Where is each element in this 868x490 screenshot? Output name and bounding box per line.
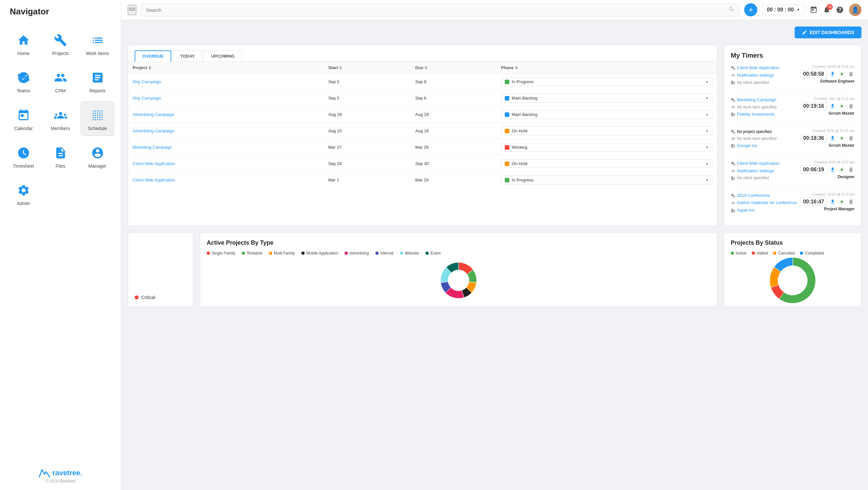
table-cell-project: Marketing Campaign bbox=[128, 139, 323, 156]
project-link[interactable]: Client Web Application bbox=[133, 161, 175, 166]
timer-download-button[interactable] bbox=[829, 166, 836, 173]
sidebar-item-members[interactable]: Members bbox=[43, 101, 77, 136]
phase-dot bbox=[505, 96, 509, 100]
timer-play-button[interactable] bbox=[838, 198, 845, 205]
timer-entry: Marketing Campaign No work item specifie… bbox=[731, 97, 855, 123]
timer-download-button[interactable] bbox=[829, 198, 836, 205]
timer-workitem-row: Notification settings bbox=[731, 72, 797, 79]
tab-today[interactable]: TODAY bbox=[173, 51, 202, 62]
phase-badge[interactable]: In Progress ▼ bbox=[501, 77, 712, 86]
timer-created: Created: 6/29 @ 10:37 am bbox=[800, 129, 855, 133]
sidebar-item-label-calendar: Calendar bbox=[14, 126, 33, 131]
legend-label: Website bbox=[405, 251, 419, 255]
link-icon[interactable] bbox=[128, 5, 136, 15]
timer-role: Scrum Master bbox=[800, 143, 855, 148]
help-button[interactable] bbox=[836, 6, 844, 14]
legend-dot bbox=[752, 251, 755, 255]
col-phase[interactable]: Phase ⇅ bbox=[497, 62, 717, 74]
notification-button[interactable]: 70 bbox=[823, 6, 831, 14]
main-content: + 00 : 00 : 00 ▼ 70 👤 bbox=[121, 0, 868, 490]
phase-badge[interactable]: Working ▼ bbox=[501, 143, 712, 152]
project-link[interactable]: Marketing Campaign bbox=[133, 145, 172, 150]
avatar[interactable]: 👤 bbox=[849, 4, 862, 16]
col-start[interactable]: Start ⇅ bbox=[323, 62, 411, 74]
timer-play-button[interactable] bbox=[838, 70, 845, 78]
phase-badge[interactable]: In Progress ▼ bbox=[501, 176, 712, 184]
timer-project[interactable]: Marketing Campaign bbox=[737, 97, 776, 103]
timer-client[interactable]: Fidelity Investments bbox=[737, 111, 775, 118]
sidebar-item-manager[interactable]: Manager bbox=[81, 139, 114, 173]
project-link[interactable]: Advertising Campaign bbox=[133, 128, 174, 133]
sidebar-item-label-members: Members bbox=[51, 126, 70, 131]
timer-client[interactable]: Apple Inc. bbox=[737, 207, 756, 214]
project-link[interactable]: Drip Campaign bbox=[133, 96, 161, 100]
timer-work-item[interactable]: Notification settings bbox=[737, 168, 774, 175]
timer-delete-button[interactable] bbox=[847, 166, 855, 173]
col-project[interactable]: Project ⇅ bbox=[128, 62, 323, 74]
timer-play-button[interactable] bbox=[838, 134, 845, 142]
legend-dot bbox=[301, 251, 305, 255]
calendar-button[interactable] bbox=[810, 6, 817, 14]
tab-upcoming[interactable]: UPCOMING bbox=[204, 51, 242, 62]
legend-dot bbox=[426, 251, 429, 255]
project-link[interactable]: Advertising Campaign bbox=[133, 112, 174, 117]
phase-badge[interactable]: Main Backlog ▼ bbox=[501, 94, 712, 102]
table-cell-project: Advertising Campaign bbox=[128, 106, 323, 123]
timer-play-button[interactable] bbox=[838, 166, 845, 173]
sidebar-item-files[interactable]: Files bbox=[43, 139, 77, 173]
timer-play-button[interactable] bbox=[838, 102, 845, 110]
timer-delete-button[interactable] bbox=[847, 134, 855, 142]
project-link[interactable]: Client Web Application bbox=[133, 178, 175, 182]
sidebar-item-reports[interactable]: Reports bbox=[81, 64, 114, 98]
timer-download-button[interactable] bbox=[829, 134, 836, 142]
search-box bbox=[141, 3, 739, 17]
timer-project[interactable]: Client Web Application bbox=[737, 160, 780, 167]
timer-work-item[interactable]: Notification settings bbox=[737, 72, 774, 79]
timer-client[interactable]: Google Inc. bbox=[737, 143, 759, 149]
table-cell-phase: Main Backlog ▼ bbox=[497, 106, 717, 123]
timer-project-row: Client Web Application bbox=[731, 160, 797, 167]
table-row: Client Web Application Sep 28 Sep 30 On … bbox=[128, 156, 717, 172]
edit-dashboards-button[interactable]: EDIT DASHBOARDS bbox=[795, 27, 862, 38]
search-input[interactable] bbox=[146, 7, 728, 13]
legend-item: Mobile Application bbox=[301, 251, 338, 255]
sidebar-item-label-teams: Teams bbox=[17, 88, 30, 93]
sidebar-item-home[interactable]: Home bbox=[6, 27, 40, 61]
timer-download-button[interactable] bbox=[829, 70, 836, 78]
table-cell-start: Sep 5 bbox=[323, 74, 411, 90]
timer-delete-button[interactable] bbox=[847, 70, 855, 78]
timer-created: Created: 12/18 @ 8:27 pm bbox=[800, 192, 855, 196]
sidebar: Navigator Home Projects Work Items bbox=[0, 0, 121, 490]
timer-delete-button[interactable] bbox=[847, 102, 855, 110]
phase-badge[interactable]: Main Backlog ▼ bbox=[501, 110, 712, 119]
tab-overdue[interactable]: OVERDUE bbox=[135, 51, 171, 62]
sidebar-item-crm[interactable]: CRM bbox=[43, 64, 77, 98]
timer-project[interactable]: Client Web Application bbox=[737, 64, 780, 71]
sidebar-item-teams[interactable]: Teams bbox=[6, 64, 40, 98]
add-button[interactable]: + bbox=[744, 3, 757, 17]
project-link[interactable]: Drip Campaign bbox=[133, 79, 161, 84]
sidebar-item-calendar[interactable]: Calendar bbox=[6, 101, 40, 136]
phase-text: Main Backlog bbox=[512, 96, 703, 100]
phase-badge[interactable]: On Hold ▼ bbox=[501, 159, 712, 168]
timer-work-item[interactable]: Gather materials for conference bbox=[737, 200, 797, 206]
projects-by-status-title: Projects By Status bbox=[731, 239, 855, 246]
critical-label: Critical bbox=[141, 295, 155, 300]
sidebar-item-timesheet[interactable]: Timesheet bbox=[6, 139, 40, 173]
timer-display[interactable]: 00 : 00 : 00 ▼ bbox=[763, 5, 804, 15]
timer-client: No client specified bbox=[737, 175, 769, 181]
crm-icon bbox=[53, 70, 68, 86]
timer-client-row: No client specified bbox=[731, 175, 797, 181]
sidebar-item-admin[interactable]: Admin bbox=[6, 177, 40, 211]
sort-arrow-project: ⇅ bbox=[148, 66, 151, 70]
sidebar-item-schedule[interactable]: Schedule bbox=[81, 101, 114, 136]
timer-download-button[interactable] bbox=[829, 102, 836, 110]
legend-item: Advertising bbox=[345, 251, 369, 255]
sidebar-item-work-items[interactable]: Work Items bbox=[81, 27, 114, 61]
col-due[interactable]: Due ⇅ bbox=[411, 62, 497, 74]
timer-delete-button[interactable] bbox=[847, 198, 855, 205]
phase-badge[interactable]: On Hold ▼ bbox=[501, 126, 712, 135]
work-items-icon bbox=[90, 32, 105, 48]
timer-project[interactable]: 2018 Conference bbox=[737, 192, 770, 199]
sidebar-item-projects[interactable]: Projects bbox=[43, 27, 77, 61]
